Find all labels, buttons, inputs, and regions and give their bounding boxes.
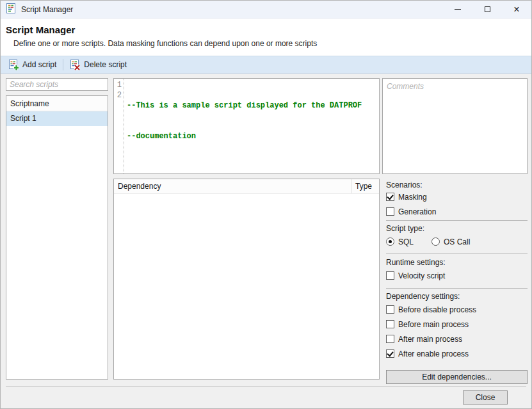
line-number: 1 [114,80,122,90]
before-main-label: Before main process [398,320,469,329]
script-list-header[interactable]: Scriptname [6,96,108,111]
toolbar-separator [63,59,63,70]
close-icon: × [513,4,519,15]
column-header-type[interactable]: Type [352,179,379,193]
generation-label: Generation [398,207,436,216]
toolbar: Add script Delete script [1,56,531,74]
code-line: --This is a sample script displayed for … [127,100,379,111]
add-script-label: Add script [22,60,56,69]
script-type-radio-group: SQL OS Call [386,236,528,247]
velocity-script-checkbox[interactable] [386,271,394,280]
before-disable-label: Before disable process [398,305,476,314]
code-editor[interactable]: 1 2 --This is a sample script displayed … [113,78,380,174]
after-main-checkbox[interactable] [386,335,394,343]
masking-checkbox-row[interactable]: Masking [386,191,528,202]
masking-label: Masking [398,193,427,202]
settings-panel: Scenarios: Masking Generation Script typ… [386,179,528,380]
divider [386,288,528,289]
divider [386,253,528,254]
divider [386,220,528,221]
code-line: --documentation [127,131,379,141]
os-call-label: OS Call [444,237,470,246]
before-disable-checkbox-row[interactable]: Before disable process [386,304,528,315]
window-title: Script Manager [21,5,73,14]
delete-script-icon [70,60,81,70]
velocity-script-label: Velocity script [398,271,445,280]
before-main-checkbox-row[interactable]: Before main process [386,319,528,330]
edit-dependencies-button[interactable]: Edit dependencies... [386,370,528,384]
column-header-dependency[interactable]: Dependency [114,179,352,193]
code-content[interactable]: --This is a sample script displayed for … [124,79,379,173]
os-call-radio[interactable] [431,237,440,246]
after-enable-label: After enable process [398,349,469,358]
dependency-table: Dependency Type [113,179,380,380]
masking-checkbox[interactable] [386,193,394,201]
list-item-script-1[interactable]: Script 1 [6,111,108,126]
main-area: Scriptname Script 1 1 2 --This is a samp… [1,74,531,386]
after-main-checkbox-row[interactable]: After main process [386,333,528,344]
add-script-icon [8,60,19,70]
after-enable-checkbox[interactable] [386,349,394,358]
minimize-button[interactable] [443,1,472,18]
script-manager-window: Script Manager × Script Manager Define o… [0,0,532,409]
add-script-button[interactable]: Add script [4,58,61,72]
line-number-gutter: 1 2 [114,79,124,173]
sql-radio[interactable] [386,237,394,246]
maximize-icon [485,6,490,12]
generation-checkbox-row[interactable]: Generation [386,206,528,217]
minimize-icon [455,9,461,10]
line-number: 2 [114,90,122,100]
script-type-label: Script type: [386,224,528,233]
footer-divider [6,386,526,387]
search-input[interactable] [6,78,108,91]
after-enable-checkbox-row[interactable]: After enable process [386,348,528,359]
close-button[interactable]: Close [463,390,508,405]
before-disable-checkbox[interactable] [386,305,394,314]
page-title: Script Manager [6,24,526,35]
after-main-label: After main process [398,335,462,344]
dialog-header: Script Manager Define one or more script… [1,19,531,56]
dependency-settings-label: Dependency settings: [386,292,528,301]
comments-panel [382,78,528,174]
generation-checkbox[interactable] [386,207,394,216]
script-list: Scriptname Script 1 [6,95,108,380]
delete-script-button[interactable]: Delete script [65,58,131,72]
page-subtitle: Define one or more scripts. Data masking… [13,39,526,48]
app-icon [6,3,16,15]
delete-script-label: Delete script [84,60,127,69]
maximize-button[interactable] [472,1,502,18]
dependency-table-header: Dependency Type [114,179,379,194]
close-window-button[interactable]: × [502,1,531,18]
sql-label: SQL [398,237,414,246]
runtime-settings-label: Runtime settings: [386,258,528,267]
scenarios-label: Scenarios: [386,180,528,189]
footer: Close [1,386,531,408]
titlebar[interactable]: Script Manager × [1,1,531,19]
before-main-checkbox[interactable] [386,320,394,328]
comments-input[interactable] [383,79,527,173]
velocity-script-checkbox-row[interactable]: Velocity script [386,270,528,281]
